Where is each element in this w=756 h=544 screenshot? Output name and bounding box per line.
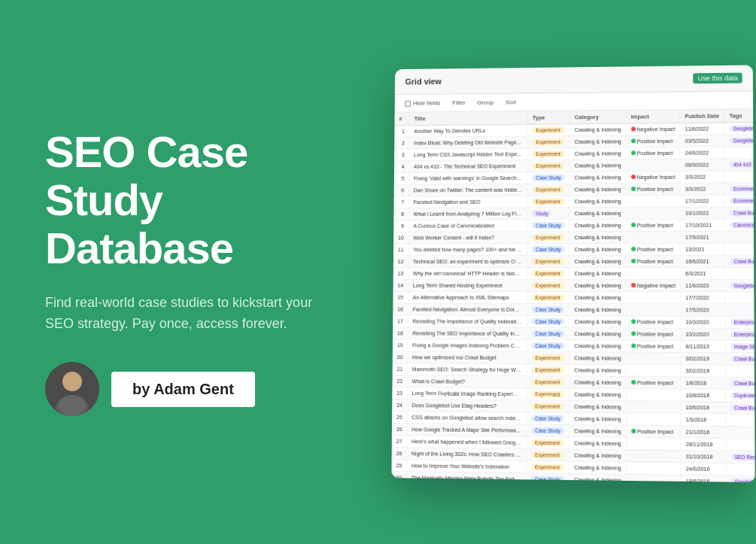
cell-date: 18/6/2016 <box>681 475 726 482</box>
cell-date: 10/6/2016 <box>681 401 726 414</box>
cell-type: Experiment <box>527 196 569 208</box>
cell-num: 5 <box>394 172 409 184</box>
cell-title: How we optimized our Crawl Budget <box>408 351 527 364</box>
cell-title: Mammoth SEO: Search Strategy for Huge We… <box>408 363 527 376</box>
cell-title: How to Improve Your Website's Indexation <box>407 460 527 473</box>
main-container: SEO Case Study Database Find real-world … <box>0 0 756 544</box>
cell-num: 6 <box>394 184 409 196</box>
cell-num: 13 <box>393 268 408 280</box>
cell-tag <box>724 146 755 158</box>
spreadsheet-wrapper: Grid view Use this data Hide fields Filt… <box>391 65 754 482</box>
sort-button[interactable]: Sort <box>502 97 519 107</box>
cell-category: Crawling & Indexing <box>569 449 626 462</box>
cell-title: What is Crawl Budget? <box>407 375 527 388</box>
cell-title: How Google Tracked A Major Site Performa… <box>407 424 527 437</box>
cell-title: Index Bloat: Why Deleting Old Website Pa… <box>409 136 527 149</box>
cell-date: 21/1/2016 <box>681 426 726 439</box>
cell-category: Crawling & Indexing <box>569 160 626 172</box>
cell-type: Experiment <box>527 376 569 388</box>
left-section: SEO Case Study Database Find real-world … <box>45 128 361 416</box>
cell-category: Crawling & Indexing <box>569 388 627 401</box>
hide-fields-button[interactable]: Hide fields <box>402 98 443 108</box>
cell-type: Experiment <box>527 461 569 474</box>
cell-category: Crawling & Indexing <box>569 279 626 291</box>
col-tags: Tags <box>724 109 755 123</box>
cell-impact: Positive Impact <box>626 135 680 147</box>
cell-date: 3/3/2022 <box>680 171 724 183</box>
cell-tag <box>725 243 755 255</box>
cell-tag <box>725 304 755 316</box>
cell-impact: Positive Impact <box>626 376 681 389</box>
cell-tag: Googlebot <box>725 280 755 292</box>
cell-tag <box>725 231 755 243</box>
cell-category: Crawling & Indexing <box>569 461 626 474</box>
cell-type: Case Study <box>527 220 569 232</box>
cell-type: Experiment <box>527 388 569 401</box>
filter-button[interactable]: Filter <box>449 98 468 108</box>
cell-title: Fixing a Google Images Indexing Problem … <box>408 339 527 352</box>
cell-num: 20 <box>393 351 408 363</box>
headline: SEO Case Study Database <box>45 128 361 272</box>
cell-date: 10/3/2020 <box>681 316 725 328</box>
cell-num: 24 <box>392 399 407 411</box>
cell-category: Crawling & Indexing <box>569 425 626 438</box>
cell-category: Crawling & Indexing <box>569 352 627 364</box>
cell-date: 16/6/2021 <box>680 255 724 267</box>
cell-tag: Ecommerce <box>724 195 754 207</box>
cell-num: 18 <box>393 327 408 339</box>
cell-date: 3/02/2019 <box>681 365 726 378</box>
cell-date: 6/3/2021 <box>680 267 724 279</box>
cell-impact <box>626 450 681 463</box>
cell-category: Crawling & Indexing <box>569 196 626 208</box>
cell-title: Another Way To Deindex URLs <box>409 124 527 137</box>
cell-type: Experiment <box>527 268 569 280</box>
group-button[interactable]: Group <box>474 98 496 108</box>
cell-tag: Enterprise SE <box>725 316 755 328</box>
cell-type: Experiment <box>527 136 569 148</box>
cell-category: Crawling & Indexing <box>569 364 627 377</box>
cell-date: 17/7/2020 <box>681 292 725 304</box>
cell-num: 19 <box>393 339 408 351</box>
cell-impact: Positive Impact <box>626 243 680 255</box>
cell-impact <box>626 413 681 426</box>
cell-title: Why the rel='canonical' HTTP Header is f… <box>408 268 527 280</box>
cell-type: Experiment <box>527 184 569 196</box>
cell-num: 26 <box>392 423 407 435</box>
use-data-button[interactable]: Use this data <box>694 73 742 84</box>
table-row: 17Revisiting The Importance of Quality I… <box>393 315 754 329</box>
cell-date: 28/11/2018 <box>681 438 726 451</box>
cell-impact: Positive Impact <box>626 183 680 195</box>
cell-num: 8 <box>393 208 408 220</box>
table-row: 9A Curious Case of CanonicalizationCase … <box>393 219 754 232</box>
cell-num: 2 <box>394 137 409 149</box>
cell-category: Crawling & Indexing <box>569 304 627 316</box>
cell-type: Experiment <box>527 448 569 461</box>
cell-num: 9 <box>393 220 408 232</box>
cell-date: 1/3/2016 <box>681 414 726 427</box>
cell-category: Crawling & Indexing <box>569 219 626 231</box>
cell-num: 23 <box>392 387 407 399</box>
cell-title: Faceted Navigation: Almost Everyone Is D… <box>408 303 527 315</box>
cell-impact <box>626 437 681 450</box>
cell-title: Web Worker Content - will it Index? <box>408 232 527 244</box>
cell-date: 17/10/2021 <box>680 219 724 231</box>
cell-impact: Negative Impact <box>626 280 680 292</box>
author-name: by Adam Gent <box>132 381 234 397</box>
table-row: 10Web Worker Content - will it Index?Exp… <box>393 231 755 244</box>
cell-date: 03/5/2022 <box>680 135 724 147</box>
cell-category: Crawling & Indexing <box>569 292 626 304</box>
sheet-header: Grid view Use this data <box>395 65 753 95</box>
cell-impact: Positive Impact <box>626 219 680 231</box>
cell-type: Experiment <box>527 124 569 136</box>
cell-num: 16 <box>393 303 408 315</box>
author-name-box: by Adam Gent <box>111 372 255 407</box>
cell-impact <box>626 231 680 243</box>
cell-tag: Enterprise SE <box>725 328 755 340</box>
cell-tag: Crawl Budget <box>725 353 755 366</box>
col-date: Publish Date <box>680 110 724 123</box>
cell-impact <box>626 364 680 377</box>
cell-date: 1/8/2018 <box>681 377 726 390</box>
cell-type: Study <box>527 208 569 220</box>
cell-tag: Image SEO <box>725 340 755 353</box>
cell-date: 24/6/2022 <box>680 147 724 159</box>
